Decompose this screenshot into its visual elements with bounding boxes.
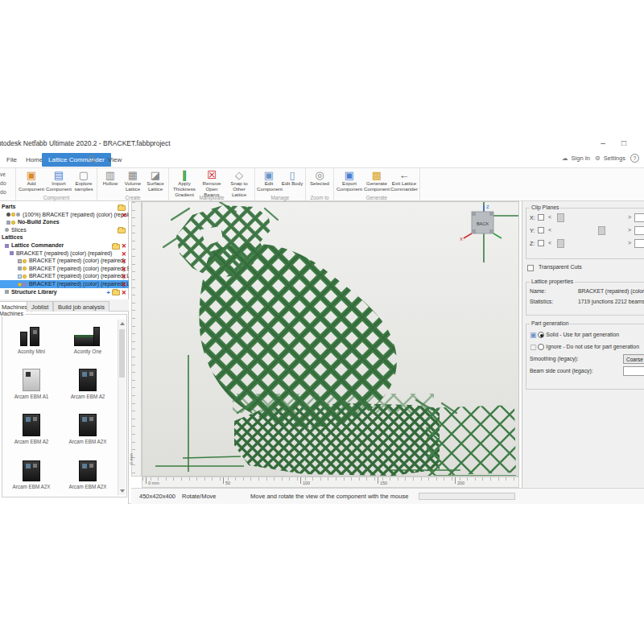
transparent-cuts-label: Transparent Cuts bbox=[539, 264, 582, 270]
scroll-thumb[interactable] bbox=[119, 329, 125, 378]
machine-item[interactable]: Arcam EBM A2X bbox=[5, 456, 58, 495]
tree-row-part[interactable]: (100%) BRACKET (repaired) (color) (repai… bbox=[0, 211, 129, 219]
clip-x-value[interactable]: 0 bbox=[634, 213, 644, 222]
solid-radio[interactable] bbox=[538, 332, 544, 338]
clip-z-checkbox[interactable] bbox=[538, 240, 544, 246]
visibility-bulb-icon[interactable] bbox=[23, 266, 27, 270]
save-button[interactable]: Save bbox=[0, 170, 15, 179]
delete-icon[interactable]: ✕ bbox=[122, 289, 126, 296]
delete-icon[interactable]: ✕ bbox=[122, 273, 126, 280]
tree-row-bracket-child[interactable]: BRACKET (repaired) (color) (repaired) ✕ bbox=[0, 257, 129, 265]
visibility-bulb-icon[interactable] bbox=[23, 259, 27, 263]
machine-item[interactable]: Arcam EBM A2 bbox=[5, 411, 58, 454]
folder-icon[interactable] bbox=[118, 228, 126, 233]
redo-button[interactable]: Redo bbox=[0, 188, 15, 196]
beam-side-count-input[interactable] bbox=[623, 366, 644, 376]
tree-row-structure-library[interactable]: Structure Library + ✕ bbox=[0, 288, 129, 296]
surface-lattice-button[interactable]: ◪Surface Lattice bbox=[144, 169, 167, 193]
machine-item[interactable]: Aconity Mini bbox=[5, 320, 58, 364]
ignore-radio[interactable] bbox=[538, 344, 544, 350]
delete-icon[interactable]: ✕ bbox=[122, 242, 126, 250]
clip-z-value[interactable]: 0 bbox=[634, 239, 644, 248]
clip-x-checkbox[interactable] bbox=[538, 214, 544, 221]
folder-icon[interactable] bbox=[118, 205, 126, 211]
delete-icon[interactable]: ✕ bbox=[122, 250, 126, 258]
clip-z-right-arrow[interactable]: > bbox=[628, 240, 631, 246]
scroll-down-icon[interactable] bbox=[120, 489, 125, 493]
folder-icon[interactable] bbox=[112, 244, 120, 250]
volume-lattice-button[interactable]: ▦Volume Lattice bbox=[122, 169, 144, 193]
machine-item[interactable]: Arcam EBM A2X bbox=[61, 411, 114, 454]
visibility-bulb-icon[interactable] bbox=[23, 275, 27, 279]
apply-thickness-gradient-button[interactable]: ∥Apply Thickness Gradient bbox=[171, 169, 198, 193]
machines-scrollbar[interactable] bbox=[118, 320, 126, 495]
tree-row-bracket-skin[interactable]: BRACKET (repaired) (color) (repaired) Sk… bbox=[0, 265, 129, 273]
search-icon[interactable] bbox=[89, 155, 98, 165]
3d-canvas[interactable]: Z BACK X bbox=[142, 201, 519, 477]
tab-lattice-commander[interactable]: Lattice Commander bbox=[42, 153, 111, 167]
clip-x-left-arrow[interactable]: < bbox=[548, 214, 551, 220]
undo-button[interactable]: Undo bbox=[0, 179, 15, 188]
transparent-cuts-checkbox[interactable] bbox=[527, 265, 534, 271]
tree-row-lattices[interactable]: Lattices bbox=[0, 233, 129, 242]
visibility-bulb-icon[interactable] bbox=[11, 213, 15, 217]
add-component-button[interactable]: ▣Add Component bbox=[18, 169, 45, 193]
exit-lattice-commander-button[interactable]: ←Exit Lattice Commander bbox=[390, 169, 418, 193]
tree-row-slices[interactable]: Slices bbox=[0, 226, 129, 234]
tree-row-parts[interactable]: Parts bbox=[0, 203, 129, 211]
clip-y-right-arrow[interactable]: > bbox=[628, 227, 631, 233]
tree-row-lattice-commander[interactable]: Lattice Commander ✕ bbox=[0, 242, 129, 250]
axis-x-label: X bbox=[460, 237, 463, 242]
machine-item[interactable]: Aconity One bbox=[61, 320, 114, 364]
clip-plane-y-row: Y: < > 204 bbox=[526, 225, 644, 237]
import-component-button[interactable]: ▤Import Component bbox=[45, 169, 72, 193]
zoom-selected-button[interactable]: ◎Selected bbox=[308, 169, 332, 193]
edit-body-button[interactable]: ▯Edit Body bbox=[281, 169, 303, 193]
clip-y-value[interactable]: 204 bbox=[634, 226, 644, 235]
add-icon[interactable]: + bbox=[106, 289, 110, 296]
transparent-cuts-row: Transparent Cuts bbox=[526, 262, 644, 274]
clip-x-slider[interactable] bbox=[555, 213, 625, 222]
tree-row-no-build-zones[interactable]: No-Build Zones bbox=[0, 218, 129, 226]
clip-y-checkbox[interactable] bbox=[538, 227, 544, 233]
machine-thumbnail bbox=[72, 322, 103, 348]
solid-option[interactable]: ▣ Solid - Use for part generation bbox=[526, 328, 644, 341]
machine-item[interactable]: Arcam EBM A2 bbox=[61, 365, 114, 409]
visibility-bulb-icon[interactable] bbox=[18, 283, 22, 287]
tree-row-bracket-lattice[interactable]: BRACKET (repaired) (color) (repaired) La… bbox=[0, 272, 129, 280]
tab-build-job-analysis[interactable]: Build job analysis bbox=[53, 301, 109, 312]
maximize-button[interactable]: □ bbox=[618, 138, 630, 147]
machine-item[interactable]: Arcam EBM A1 bbox=[5, 365, 58, 409]
help-button[interactable]: ? bbox=[630, 154, 639, 163]
scroll-up-icon[interactable] bbox=[120, 322, 125, 325]
export-component-button[interactable]: ▣Export Component bbox=[336, 169, 363, 193]
machine-item[interactable]: Arcam EBM A2X bbox=[61, 456, 114, 495]
delete-icon[interactable]: ✕ bbox=[122, 266, 126, 273]
settings-button[interactable]: Settings bbox=[604, 155, 625, 162]
tab-joblist[interactable]: Joblist bbox=[27, 301, 53, 312]
generate-component-button[interactable]: ▩Generate Component bbox=[363, 169, 390, 193]
tree-row-bracket-parent[interactable]: BRACKET (repaired) (color) (repaired) ✕ bbox=[0, 250, 129, 258]
minimize-button[interactable]: – bbox=[597, 138, 609, 147]
edit-component-button[interactable]: ▣Edit Component bbox=[257, 169, 281, 193]
snap-to-other-lattice-button[interactable]: ◇Snap to Other Lattice bbox=[225, 169, 253, 193]
clip-y-slider[interactable] bbox=[555, 226, 625, 235]
remove-open-beams-button[interactable]: ☒Remove Open Beams bbox=[198, 169, 225, 193]
clip-y-left-arrow[interactable]: < bbox=[548, 227, 551, 233]
delete-icon[interactable]: ✕ bbox=[122, 281, 126, 288]
smoothing-dropdown[interactable]: Coarse bbox=[623, 354, 644, 364]
ignore-label: Ignore - Do not use for part generation bbox=[546, 344, 639, 349]
folder-icon[interactable] bbox=[112, 290, 120, 295]
delete-icon[interactable]: ✕ bbox=[122, 258, 126, 265]
visibility-bulb-icon[interactable] bbox=[11, 221, 15, 225]
ignore-option[interactable]: ▢ Ignore - Do not use for part generatio… bbox=[526, 341, 644, 353]
explore-samples-button[interactable]: ▢Explore samples bbox=[72, 169, 95, 193]
tree-row-bracket-lattice-selected[interactable]: BRACKET (repaired) (color) (repaired) La… bbox=[0, 280, 129, 288]
tab-view[interactable]: View bbox=[101, 153, 128, 167]
clip-z-slider[interactable] bbox=[555, 239, 625, 248]
sign-in-button[interactable]: Sign In bbox=[572, 155, 590, 162]
clip-z-left-arrow[interactable]: < bbox=[548, 240, 551, 246]
hollow-button[interactable]: ▥Hollow bbox=[99, 169, 122, 193]
clip-x-right-arrow[interactable]: > bbox=[628, 214, 631, 220]
delete-icon[interactable]: ✕ bbox=[122, 212, 126, 219]
